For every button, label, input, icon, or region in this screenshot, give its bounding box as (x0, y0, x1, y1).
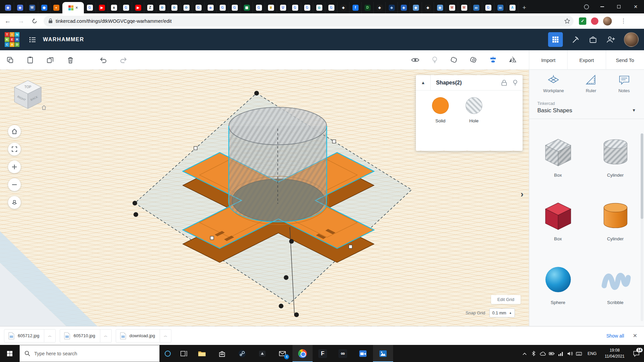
taskbar-app-steam[interactable] (232, 345, 252, 362)
browser-tab[interactable]: ◆ (386, 2, 398, 13)
browser-tab[interactable]: G (193, 2, 205, 13)
shape-box-solid[interactable]: Box (529, 189, 587, 252)
taskbar-app-store[interactable] (212, 345, 232, 362)
perspective-toggle-button[interactable] (8, 196, 21, 209)
delete-button[interactable] (66, 55, 75, 65)
reload-button[interactable] (29, 15, 40, 27)
redo-button[interactable] (119, 55, 128, 65)
close-button[interactable]: ✕ (627, 0, 644, 13)
tab-close-icon[interactable]: × (75, 5, 78, 10)
browser-tab[interactable]: ◆ (434, 2, 446, 13)
browser-tab[interactable]: ▶ (96, 2, 108, 13)
browser-tab[interactable]: U (277, 2, 289, 13)
browser-menu-circle-icon[interactable] (584, 4, 589, 9)
zoom-in-button[interactable] (8, 161, 21, 173)
browser-tab[interactable]: W (26, 2, 38, 13)
send-to-button[interactable]: Send To (606, 50, 644, 70)
show-all-downloads-button[interactable]: Show all (606, 333, 624, 339)
solid-option[interactable]: Solid (432, 97, 449, 123)
edit-grid-button[interactable]: Edit Grid (491, 295, 521, 304)
browser-tab[interactable]: ⚙ (156, 2, 168, 13)
download-item[interactable]: download.jpg︿ (116, 329, 172, 343)
design-properties-icon[interactable] (28, 35, 37, 44)
hole-swatch[interactable] (466, 97, 482, 114)
tray-bluetooth-icon[interactable] (529, 345, 538, 362)
visibility-bulb-icon[interactable] (513, 79, 518, 86)
browser-tab[interactable]: G (253, 2, 265, 13)
download-item[interactable]: 605712.jpg︿ (4, 329, 56, 343)
copy-button[interactable] (5, 55, 15, 65)
browser-menu-icon[interactable]: ⋮ (621, 17, 626, 24)
browser-tab[interactable]: ▦ (241, 2, 253, 13)
notes-tool[interactable]: Notes (618, 74, 630, 93)
browser-tab[interactable]: ◆ (337, 2, 350, 13)
tray-network-icon[interactable] (556, 345, 566, 362)
browser-tab-active[interactable]: × (62, 2, 84, 13)
extension-check-icon[interactable]: ✓ (579, 17, 586, 25)
browser-profile-avatar[interactable] (603, 17, 612, 25)
tinkercad-logo[interactable]: TINKERCAD (5, 32, 19, 47)
browser-tab[interactable]: a (108, 2, 120, 13)
view-cube-top-label[interactable]: TOP (24, 85, 32, 89)
browser-tab[interactable]: G (482, 2, 494, 13)
panel-scrollbar[interactable] (641, 133, 643, 321)
action-center-button[interactable]: 14 (629, 345, 644, 362)
fit-view-button[interactable] (8, 143, 21, 156)
browser-tab[interactable]: ◆ (374, 2, 386, 13)
browser-tab[interactable]: ◈ (205, 2, 217, 13)
duplicate-button[interactable] (46, 55, 55, 65)
hole-option[interactable]: Hole (466, 97, 482, 123)
panel-toggle-chevron[interactable]: › (521, 189, 524, 199)
download-menu-caret[interactable]: ︿ (44, 329, 55, 343)
browser-tab[interactable]: ◆ (410, 2, 422, 13)
browser-tab[interactable]: ◆ (398, 2, 410, 13)
download-menu-caret[interactable]: ︿ (160, 329, 171, 343)
shape-cylinder-hole[interactable]: Cylinder (587, 125, 644, 189)
taskbar-app-game[interactable] (252, 345, 272, 362)
browser-tab[interactable]: G (325, 2, 337, 13)
taskbar-app-f-app[interactable]: F (313, 345, 333, 362)
snap-grid-select[interactable]: 0.1 mm ▲ (489, 308, 515, 317)
browser-tab[interactable]: G (301, 2, 313, 13)
browser-tab[interactable]: f (350, 2, 362, 13)
start-button[interactable] (0, 345, 19, 362)
export-button[interactable]: Export (567, 50, 605, 70)
browser-tab[interactable]: 3D (470, 2, 482, 13)
taskbar-clock[interactable]: 19:08 11/04/2021 (601, 348, 629, 359)
scrollbar-thumb[interactable] (641, 133, 643, 219)
tray-battery-icon[interactable] (547, 345, 556, 362)
shape-scribble[interactable]: Scribble (587, 252, 644, 316)
tray-cloud-icon[interactable] (538, 345, 547, 362)
taskbar-app-mail[interactable]: 4 (272, 345, 292, 362)
taskbar-app-chrome[interactable] (292, 345, 313, 362)
cortana-button[interactable] (160, 345, 176, 362)
tray-touch-keyboard-icon[interactable] (575, 345, 584, 362)
home-view-mini-icon[interactable] (42, 106, 46, 110)
browser-tab[interactable]: G (217, 2, 229, 13)
ungroup-button[interactable] (469, 55, 478, 65)
blocks-view-button[interactable] (548, 32, 563, 47)
user-avatar[interactable] (624, 32, 639, 47)
hide-selected-button[interactable] (430, 55, 439, 65)
download-item[interactable]: 605710.jpg︿ (60, 329, 111, 343)
shape-library-selector[interactable]: Tinkercad Basic Shapes ▼ (529, 97, 644, 119)
browser-tab[interactable]: D (362, 2, 374, 13)
back-button[interactable]: ← (2, 15, 13, 27)
solid-swatch[interactable] (432, 97, 449, 114)
browser-tab[interactable]: G (120, 2, 132, 13)
minimize-button[interactable] (594, 0, 610, 13)
browser-tab[interactable]: ◎ (313, 2, 325, 13)
browser-tab[interactable]: Z (144, 2, 156, 13)
design-title[interactable]: WARHAMMER (43, 37, 84, 43)
browser-tab[interactable]: ◆ (2, 2, 14, 13)
taskbar-app-media-app[interactable]: ∞ (333, 345, 353, 362)
shape-box-hole[interactable]: Box (529, 125, 587, 189)
taskbar-app-file-explorer[interactable] (192, 345, 212, 362)
browser-tab[interactable]: M (458, 2, 470, 13)
browser-tab[interactable]: G (289, 2, 301, 13)
mirror-button[interactable] (508, 55, 517, 65)
browser-tab[interactable]: 3D (494, 2, 506, 13)
browser-tab[interactable]: M (446, 2, 458, 13)
language-indicator[interactable]: ENG (584, 351, 601, 356)
shape-sphere[interactable]: Sphere (529, 252, 587, 316)
